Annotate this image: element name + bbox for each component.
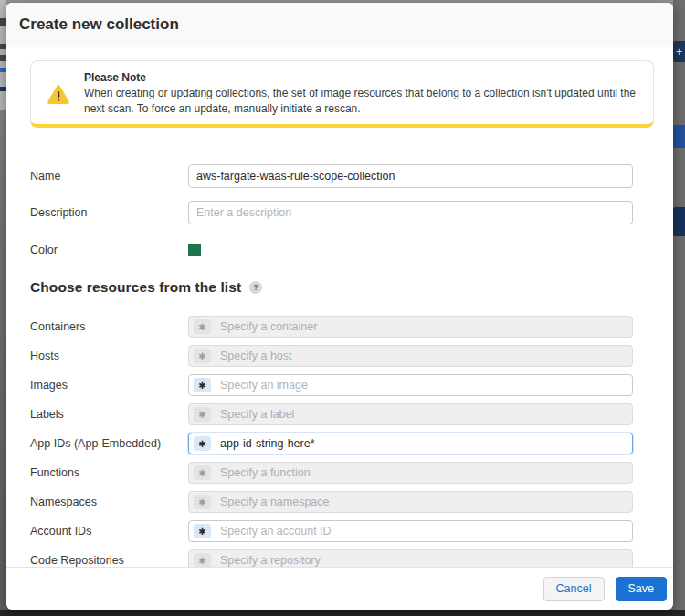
resource-row: Hosts ✱ — [30, 345, 654, 367]
backdrop-blue-line — [0, 68, 6, 72]
color-field-row: Color — [30, 244, 654, 256]
backdrop-text-fragment — [0, 55, 6, 61]
resource-row: Account IDs ✱ — [30, 520, 654, 542]
asterisk-chip: ✱ — [194, 349, 211, 363]
asterisk-chip: ✱ — [194, 495, 211, 509]
color-label: Color — [30, 244, 188, 256]
resource-input[interactable]: ✱ — [188, 520, 633, 542]
resource-row: Images ✱ — [30, 374, 654, 396]
resource-input[interactable]: ✱ — [188, 433, 633, 454]
cancel-button[interactable]: Cancel — [543, 577, 605, 601]
resource-label: Code Repositories — [30, 554, 188, 567]
modal-body: Please Note When creating or updating co… — [6, 47, 673, 567]
resource-label: Hosts — [30, 350, 188, 362]
resources-list: Containers ✱ Hosts ✱ Images ✱ Labels ✱ A… — [30, 316, 654, 567]
resource-label: Containers — [30, 320, 188, 333]
backdrop-left-strip — [0, 0, 6, 616]
name-field-row: Name — [30, 164, 654, 188]
note-line-1: When creating or updating collections, t… — [84, 86, 636, 101]
create-collection-modal: Create new collection Please Note When c… — [6, 3, 673, 610]
asterisk-chip: ✱ — [194, 465, 211, 480]
backdrop-blue-button — [673, 125, 685, 148]
asterisk-chip: ✱ — [194, 553, 211, 567]
description-input[interactable] — [188, 201, 633, 224]
resource-input: ✱ — [188, 462, 633, 484]
resource-label: Namespaces — [30, 496, 188, 508]
backdrop-right-strip: + — [673, 0, 685, 616]
backdrop-text-fragment — [0, 44, 6, 49]
backdrop-navy-button — [673, 207, 685, 236]
description-field-row: Description — [30, 201, 654, 224]
resource-row: Labels ✱ — [30, 403, 654, 425]
note-title: Please Note — [84, 70, 636, 86]
save-button[interactable]: Save — [616, 577, 668, 601]
modal-title: Create new collection — [19, 16, 179, 34]
description-label: Description — [30, 206, 188, 219]
resource-text-input[interactable] — [218, 524, 627, 538]
resource-text-input — [218, 407, 627, 422]
resource-text-input[interactable] — [218, 378, 627, 392]
backdrop-text-fragment — [0, 18, 6, 26]
resource-label: Labels — [30, 408, 188, 421]
resources-heading: Choose resources from the list — [30, 279, 241, 296]
resource-input[interactable]: ✱ — [188, 374, 633, 396]
resource-input: ✱ — [188, 316, 633, 338]
resource-text-input — [218, 349, 627, 363]
backdrop-add-button: + — [673, 41, 685, 62]
asterisk-chip: ✱ — [194, 378, 211, 392]
color-swatch[interactable] — [188, 244, 201, 256]
resource-text-input — [218, 319, 627, 334]
modal-header: Create new collection — [6, 3, 673, 47]
note-text: Please Note When creating or updating co… — [84, 70, 636, 117]
backdrop-navy-line — [0, 87, 6, 91]
resource-label: Functions — [30, 466, 188, 479]
resource-text-input — [218, 553, 627, 567]
asterisk-chip: ✱ — [194, 436, 211, 451]
name-input[interactable] — [188, 164, 633, 188]
resource-input: ✱ — [188, 403, 633, 425]
modal-footer: Cancel Save — [6, 567, 673, 610]
asterisk-chip: ✱ — [194, 319, 211, 334]
resource-text-input — [218, 495, 627, 509]
resources-heading-row: Choose resources from the list ? — [30, 279, 654, 296]
note-line-2: next scan. To force an update, manually … — [84, 101, 636, 117]
name-label: Name — [30, 170, 188, 183]
resource-input: ✱ — [188, 549, 633, 567]
backdrop-bottom-band — [0, 610, 685, 616]
resource-row: App IDs (App-Embedded) ✱ — [30, 433, 654, 454]
asterisk-chip: ✱ — [194, 524, 211, 538]
resource-text-input — [218, 465, 627, 480]
resource-label: App IDs (App-Embedded) — [30, 437, 188, 450]
warning-icon — [47, 84, 69, 104]
resource-input: ✱ — [188, 345, 633, 367]
asterisk-chip: ✱ — [194, 407, 211, 422]
resource-text-input[interactable] — [218, 436, 627, 451]
resource-row: Containers ✱ — [30, 316, 654, 338]
resource-row: Functions ✱ — [30, 462, 654, 484]
resource-row: Code Repositories ✱ — [30, 549, 654, 567]
resource-label: Images — [30, 379, 188, 392]
resource-input: ✱ — [188, 491, 633, 513]
note-banner: Please Note When creating or updating co… — [30, 60, 654, 128]
resource-row: Namespaces ✱ — [30, 491, 654, 513]
help-icon[interactable]: ? — [249, 281, 262, 294]
resource-label: Account IDs — [30, 525, 188, 538]
